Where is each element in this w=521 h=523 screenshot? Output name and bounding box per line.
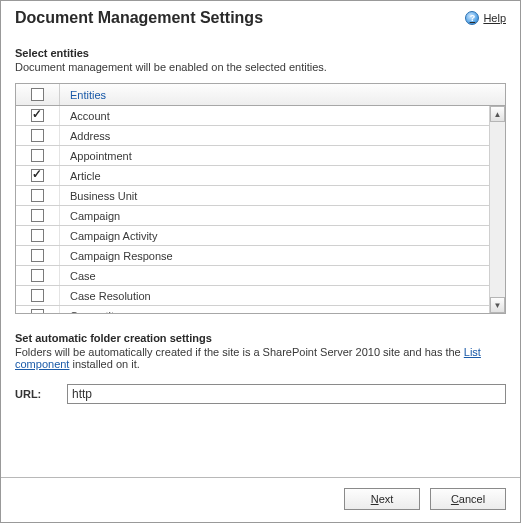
title-bar: Document Management Settings ? Help	[1, 1, 520, 31]
entity-checkbox[interactable]	[31, 209, 44, 222]
folder-desc-after: installed on it.	[69, 358, 139, 370]
entities-grid-body: AccountAddressAppointmentArticleBusiness…	[16, 106, 489, 313]
scroll-down-button[interactable]: ▼	[490, 297, 505, 313]
table-row[interactable]: Campaign Activity	[16, 226, 489, 246]
folder-settings-description: Folders will be automatically created if…	[15, 346, 506, 370]
next-button[interactable]: Next	[344, 488, 420, 510]
entity-checkbox[interactable]	[31, 309, 44, 313]
entity-checkbox[interactable]	[31, 269, 44, 282]
folder-settings-heading: Set automatic folder creation settings	[15, 332, 506, 344]
entity-checkbox[interactable]	[31, 149, 44, 162]
entity-label: Case Resolution	[60, 290, 151, 302]
entity-checkbox[interactable]	[31, 169, 44, 182]
select-entities-description: Document management will be enabled on t…	[15, 61, 506, 73]
table-row[interactable]: Campaign Response	[16, 246, 489, 266]
entities-grid-header: Entities	[15, 84, 506, 106]
url-row: URL:	[15, 384, 506, 404]
dialog-footer: Next Cancel	[1, 478, 520, 522]
document-management-settings-dialog: Document Management Settings ? Help Sele…	[0, 0, 521, 523]
select-entities-heading: Select entities	[15, 47, 506, 59]
table-row[interactable]: Appointment	[16, 146, 489, 166]
entity-label: Campaign	[60, 210, 120, 222]
vertical-scrollbar[interactable]: ▲ ▼	[489, 106, 505, 313]
dialog-title: Document Management Settings	[15, 9, 263, 27]
entity-label: Competitor	[60, 310, 124, 314]
entity-checkbox[interactable]	[31, 249, 44, 262]
entities-grid: Entities AccountAddressAppointmentArticl…	[15, 83, 506, 314]
url-label: URL:	[15, 388, 55, 400]
entity-checkbox[interactable]	[31, 229, 44, 242]
help-link[interactable]: ? Help	[465, 11, 506, 25]
entity-label: Case	[60, 270, 96, 282]
select-all-checkbox[interactable]	[31, 88, 44, 101]
table-row[interactable]: Address	[16, 126, 489, 146]
entities-column-header[interactable]: Entities	[60, 89, 106, 101]
folder-desc-before: Folders will be automatically created if…	[15, 346, 464, 358]
cancel-button[interactable]: Cancel	[430, 488, 506, 510]
table-row[interactable]: Competitor	[16, 306, 489, 313]
table-row[interactable]: Case Resolution	[16, 286, 489, 306]
table-row[interactable]: Business Unit	[16, 186, 489, 206]
table-row[interactable]: Case	[16, 266, 489, 286]
scroll-up-button[interactable]: ▲	[490, 106, 505, 122]
entity-label: Business Unit	[60, 190, 137, 202]
entity-label: Article	[60, 170, 101, 182]
scroll-track[interactable]	[490, 122, 505, 297]
entity-label: Account	[60, 110, 110, 122]
dialog-content: Select entities Document management will…	[1, 31, 520, 455]
table-row[interactable]: Article	[16, 166, 489, 186]
help-label: Help	[483, 12, 506, 24]
entity-label: Campaign Response	[60, 250, 173, 262]
entity-label: Appointment	[60, 150, 132, 162]
entity-checkbox[interactable]	[31, 189, 44, 202]
help-icon: ?	[465, 11, 479, 25]
url-input[interactable]	[67, 384, 506, 404]
table-row[interactable]: Account	[16, 106, 489, 126]
folder-settings-section: Set automatic folder creation settings F…	[15, 332, 506, 370]
entity-label: Address	[60, 130, 110, 142]
entity-checkbox[interactable]	[31, 109, 44, 122]
entity-checkbox[interactable]	[31, 289, 44, 302]
entity-label: Campaign Activity	[60, 230, 157, 242]
table-row[interactable]: Campaign	[16, 206, 489, 226]
entity-checkbox[interactable]	[31, 129, 44, 142]
